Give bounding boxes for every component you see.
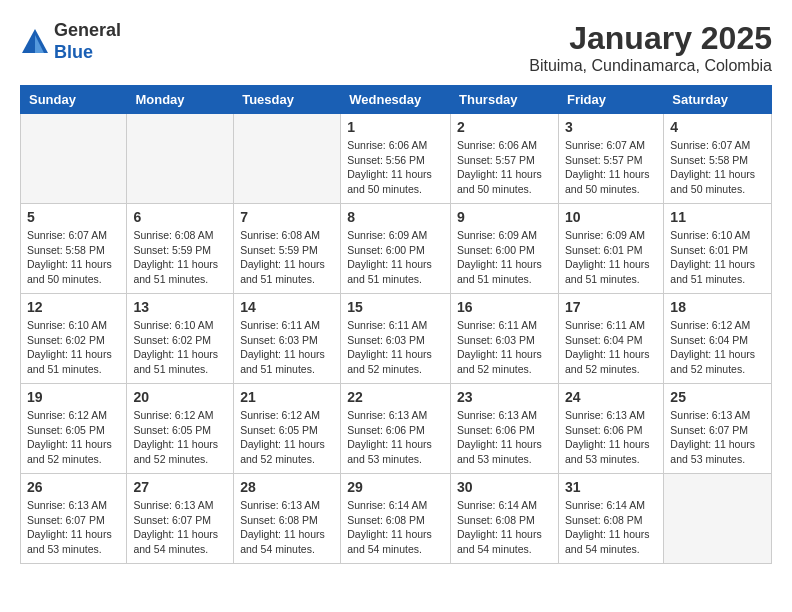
- calendar-cell: [127, 114, 234, 204]
- day-number: 14: [240, 299, 334, 315]
- calendar-cell: [21, 114, 127, 204]
- calendar-cell: 27Sunrise: 6:13 AMSunset: 6:07 PMDayligh…: [127, 474, 234, 564]
- calendar-cell: 21Sunrise: 6:12 AMSunset: 6:05 PMDayligh…: [234, 384, 341, 474]
- weekday-header: Monday: [127, 86, 234, 114]
- calendar-cell: 17Sunrise: 6:11 AMSunset: 6:04 PMDayligh…: [558, 294, 663, 384]
- calendar-week: 12Sunrise: 6:10 AMSunset: 6:02 PMDayligh…: [21, 294, 772, 384]
- calendar-week: 19Sunrise: 6:12 AMSunset: 6:05 PMDayligh…: [21, 384, 772, 474]
- day-info: Sunrise: 6:13 AMSunset: 6:07 PMDaylight:…: [27, 498, 120, 557]
- day-info: Sunrise: 6:08 AMSunset: 5:59 PMDaylight:…: [240, 228, 334, 287]
- day-info: Sunrise: 6:06 AMSunset: 5:57 PMDaylight:…: [457, 138, 552, 197]
- day-number: 23: [457, 389, 552, 405]
- day-info: Sunrise: 6:08 AMSunset: 5:59 PMDaylight:…: [133, 228, 227, 287]
- weekday-header: Friday: [558, 86, 663, 114]
- calendar-table: SundayMondayTuesdayWednesdayThursdayFrid…: [20, 85, 772, 564]
- calendar-cell: 5Sunrise: 6:07 AMSunset: 5:58 PMDaylight…: [21, 204, 127, 294]
- calendar-cell: 29Sunrise: 6:14 AMSunset: 6:08 PMDayligh…: [341, 474, 451, 564]
- day-number: 19: [27, 389, 120, 405]
- day-info: Sunrise: 6:11 AMSunset: 6:04 PMDaylight:…: [565, 318, 657, 377]
- day-number: 26: [27, 479, 120, 495]
- day-number: 7: [240, 209, 334, 225]
- day-number: 12: [27, 299, 120, 315]
- day-info: Sunrise: 6:12 AMSunset: 6:05 PMDaylight:…: [27, 408, 120, 467]
- day-number: 5: [27, 209, 120, 225]
- calendar-cell: 4Sunrise: 6:07 AMSunset: 5:58 PMDaylight…: [664, 114, 772, 204]
- day-number: 25: [670, 389, 765, 405]
- day-info: Sunrise: 6:10 AMSunset: 6:02 PMDaylight:…: [27, 318, 120, 377]
- weekday-header: Thursday: [451, 86, 559, 114]
- calendar-cell: 12Sunrise: 6:10 AMSunset: 6:02 PMDayligh…: [21, 294, 127, 384]
- calendar-cell: 16Sunrise: 6:11 AMSunset: 6:03 PMDayligh…: [451, 294, 559, 384]
- day-info: Sunrise: 6:13 AMSunset: 6:06 PMDaylight:…: [347, 408, 444, 467]
- calendar-cell: 24Sunrise: 6:13 AMSunset: 6:06 PMDayligh…: [558, 384, 663, 474]
- logo-text: General Blue: [54, 20, 121, 63]
- calendar-cell: 6Sunrise: 6:08 AMSunset: 5:59 PMDaylight…: [127, 204, 234, 294]
- day-number: 24: [565, 389, 657, 405]
- calendar-cell: 9Sunrise: 6:09 AMSunset: 6:00 PMDaylight…: [451, 204, 559, 294]
- calendar-cell: 15Sunrise: 6:11 AMSunset: 6:03 PMDayligh…: [341, 294, 451, 384]
- calendar-cell: [234, 114, 341, 204]
- day-info: Sunrise: 6:10 AMSunset: 6:02 PMDaylight:…: [133, 318, 227, 377]
- day-number: 2: [457, 119, 552, 135]
- day-number: 22: [347, 389, 444, 405]
- day-number: 21: [240, 389, 334, 405]
- calendar-week: 5Sunrise: 6:07 AMSunset: 5:58 PMDaylight…: [21, 204, 772, 294]
- weekday-header: Sunday: [21, 86, 127, 114]
- day-number: 18: [670, 299, 765, 315]
- calendar-cell: 19Sunrise: 6:12 AMSunset: 6:05 PMDayligh…: [21, 384, 127, 474]
- calendar-cell: 2Sunrise: 6:06 AMSunset: 5:57 PMDaylight…: [451, 114, 559, 204]
- day-number: 9: [457, 209, 552, 225]
- day-info: Sunrise: 6:14 AMSunset: 6:08 PMDaylight:…: [457, 498, 552, 557]
- weekday-header: Tuesday: [234, 86, 341, 114]
- calendar-cell: 7Sunrise: 6:08 AMSunset: 5:59 PMDaylight…: [234, 204, 341, 294]
- day-info: Sunrise: 6:13 AMSunset: 6:06 PMDaylight:…: [565, 408, 657, 467]
- day-number: 6: [133, 209, 227, 225]
- day-number: 30: [457, 479, 552, 495]
- day-info: Sunrise: 6:10 AMSunset: 6:01 PMDaylight:…: [670, 228, 765, 287]
- subtitle: Bituima, Cundinamarca, Colombia: [529, 57, 772, 75]
- calendar-header: SundayMondayTuesdayWednesdayThursdayFrid…: [21, 86, 772, 114]
- day-info: Sunrise: 6:11 AMSunset: 6:03 PMDaylight:…: [347, 318, 444, 377]
- day-info: Sunrise: 6:07 AMSunset: 5:58 PMDaylight:…: [27, 228, 120, 287]
- day-info: Sunrise: 6:13 AMSunset: 6:08 PMDaylight:…: [240, 498, 334, 557]
- calendar-cell: 20Sunrise: 6:12 AMSunset: 6:05 PMDayligh…: [127, 384, 234, 474]
- day-info: Sunrise: 6:09 AMSunset: 6:00 PMDaylight:…: [347, 228, 444, 287]
- calendar-cell: 25Sunrise: 6:13 AMSunset: 6:07 PMDayligh…: [664, 384, 772, 474]
- day-number: 3: [565, 119, 657, 135]
- calendar-cell: 14Sunrise: 6:11 AMSunset: 6:03 PMDayligh…: [234, 294, 341, 384]
- calendar-body: 1Sunrise: 6:06 AMSunset: 5:56 PMDaylight…: [21, 114, 772, 564]
- calendar-week: 1Sunrise: 6:06 AMSunset: 5:56 PMDaylight…: [21, 114, 772, 204]
- calendar-cell: 22Sunrise: 6:13 AMSunset: 6:06 PMDayligh…: [341, 384, 451, 474]
- day-info: Sunrise: 6:06 AMSunset: 5:56 PMDaylight:…: [347, 138, 444, 197]
- day-info: Sunrise: 6:07 AMSunset: 5:58 PMDaylight:…: [670, 138, 765, 197]
- title-section: January 2025 Bituima, Cundinamarca, Colo…: [529, 20, 772, 75]
- day-number: 16: [457, 299, 552, 315]
- day-number: 29: [347, 479, 444, 495]
- day-number: 27: [133, 479, 227, 495]
- logo: General Blue: [20, 20, 121, 63]
- main-title: January 2025: [529, 20, 772, 57]
- day-number: 31: [565, 479, 657, 495]
- day-number: 15: [347, 299, 444, 315]
- day-number: 1: [347, 119, 444, 135]
- calendar-cell: 26Sunrise: 6:13 AMSunset: 6:07 PMDayligh…: [21, 474, 127, 564]
- day-info: Sunrise: 6:11 AMSunset: 6:03 PMDaylight:…: [240, 318, 334, 377]
- day-number: 4: [670, 119, 765, 135]
- weekday-header: Wednesday: [341, 86, 451, 114]
- calendar-cell: 11Sunrise: 6:10 AMSunset: 6:01 PMDayligh…: [664, 204, 772, 294]
- day-info: Sunrise: 6:09 AMSunset: 6:01 PMDaylight:…: [565, 228, 657, 287]
- calendar-cell: 10Sunrise: 6:09 AMSunset: 6:01 PMDayligh…: [558, 204, 663, 294]
- day-number: 20: [133, 389, 227, 405]
- day-number: 8: [347, 209, 444, 225]
- weekday-header: Saturday: [664, 86, 772, 114]
- day-info: Sunrise: 6:14 AMSunset: 6:08 PMDaylight:…: [565, 498, 657, 557]
- weekday-row: SundayMondayTuesdayWednesdayThursdayFrid…: [21, 86, 772, 114]
- day-info: Sunrise: 6:12 AMSunset: 6:05 PMDaylight:…: [240, 408, 334, 467]
- day-info: Sunrise: 6:13 AMSunset: 6:07 PMDaylight:…: [670, 408, 765, 467]
- calendar-week: 26Sunrise: 6:13 AMSunset: 6:07 PMDayligh…: [21, 474, 772, 564]
- day-number: 17: [565, 299, 657, 315]
- calendar-cell: 8Sunrise: 6:09 AMSunset: 6:00 PMDaylight…: [341, 204, 451, 294]
- calendar-cell: 3Sunrise: 6:07 AMSunset: 5:57 PMDaylight…: [558, 114, 663, 204]
- day-number: 13: [133, 299, 227, 315]
- calendar-cell: 28Sunrise: 6:13 AMSunset: 6:08 PMDayligh…: [234, 474, 341, 564]
